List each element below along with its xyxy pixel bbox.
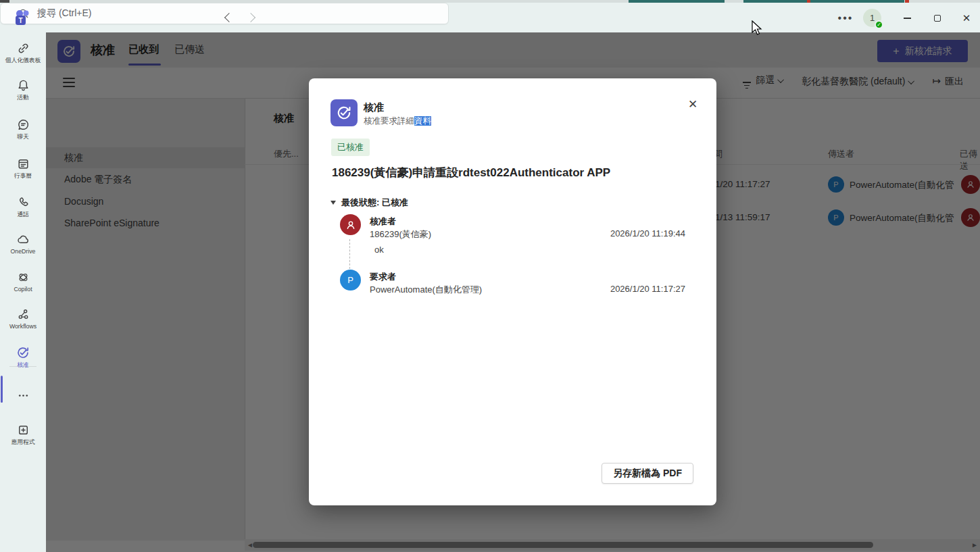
sidebar-item-apps[interactable]: 應用程式 bbox=[0, 423, 46, 447]
workflows-icon bbox=[16, 307, 30, 322]
rail-more-button[interactable] bbox=[0, 388, 46, 403]
timeline-connector bbox=[349, 239, 350, 269]
final-status-toggle[interactable]: 最後狀態: 已核准 bbox=[330, 197, 408, 209]
close-window-button[interactable]: ✕ bbox=[956, 11, 977, 26]
copilot-icon bbox=[16, 270, 30, 284]
sidebar-item-onedrive[interactable]: OneDrive bbox=[0, 232, 46, 255]
teams-window: T 搜尋 (Ctrl+E) ••• 1 ✓ ✕ 個人化儀表板 活動 bbox=[0, 0, 980, 552]
bell-icon bbox=[16, 78, 30, 93]
approver-comment: ok bbox=[374, 245, 384, 255]
app-rail: 個人化儀表板 活動 聊天 行事曆 通話 OneDrive Copilot Wo bbox=[0, 32, 46, 552]
requester-avatar: P bbox=[340, 270, 361, 291]
dialog-subtitle: 核准要求詳細資料 bbox=[364, 116, 431, 127]
save-as-pdf-button[interactable]: 另存新檔為 PDF bbox=[602, 463, 693, 484]
search-placeholder: 搜尋 (Ctrl+E) bbox=[37, 7, 92, 20]
sidebar-item-dashboard[interactable]: 個人化儀表板 bbox=[0, 41, 46, 65]
requester-name: PowerAutomate(自動化管理) bbox=[370, 284, 482, 296]
chat-icon bbox=[16, 118, 30, 132]
sidebar-item-calendar[interactable]: 行事曆 bbox=[0, 157, 46, 180]
request-title: 186239(黃信豪)申請重設rdtest022Authenticator AP… bbox=[332, 165, 697, 180]
requester-time: 2026/1/20 11:17:27 bbox=[610, 284, 685, 294]
approver-role: 核准者 bbox=[370, 216, 396, 228]
sidebar-item-copilot[interactable]: Copilot bbox=[0, 270, 46, 293]
approvals-icon bbox=[16, 345, 30, 360]
sidebar-item-chat[interactable]: 聊天 bbox=[0, 118, 46, 141]
avatar-text: 1 bbox=[870, 13, 875, 23]
approver-time: 2026/1/20 11:19:44 bbox=[610, 228, 685, 239]
approver-avatar bbox=[340, 214, 361, 235]
phone-icon bbox=[16, 195, 30, 209]
calendar-icon bbox=[16, 157, 30, 171]
sidebar-item-workflows[interactable]: Workflows bbox=[0, 307, 46, 330]
search-input[interactable]: 搜尋 (Ctrl+E) bbox=[0, 3, 449, 24]
apps-icon bbox=[16, 423, 30, 437]
sidebar-item-activity[interactable]: 活動 bbox=[0, 78, 46, 102]
minimize-button[interactable] bbox=[897, 11, 917, 26]
sidebar-item-approvals[interactable]: 核准 bbox=[0, 345, 46, 370]
approver-name: 186239(黃信豪) bbox=[370, 228, 431, 241]
mouse-cursor bbox=[752, 20, 764, 36]
cloud-icon bbox=[16, 232, 30, 247]
title-bar: T 搜尋 (Ctrl+E) ••• 1 ✓ ✕ bbox=[0, 3, 980, 32]
titlebar-more-button[interactable]: ••• bbox=[837, 12, 854, 26]
sidebar-item-calls[interactable]: 通話 bbox=[0, 195, 46, 219]
maximize-button[interactable] bbox=[927, 11, 948, 26]
selected-text: 資料 bbox=[414, 116, 431, 126]
person-icon bbox=[345, 219, 357, 231]
svg-text:T: T bbox=[18, 17, 22, 24]
presence-available-icon: ✓ bbox=[875, 20, 883, 29]
dialog-app-name: 核准 bbox=[364, 101, 384, 114]
link-icon bbox=[16, 41, 30, 55]
teams-logo-icon[interactable]: T bbox=[14, 9, 32, 27]
requester-role: 要求者 bbox=[370, 271, 396, 283]
user-avatar[interactable]: 1 ✓ bbox=[863, 9, 881, 27]
more-icon bbox=[16, 388, 30, 403]
close-dialog-button[interactable]: ✕ bbox=[685, 97, 700, 112]
approval-details-dialog: 核准 核准要求詳細資料 ✕ 已核准 186239(黃信豪)申請重設rdtest0… bbox=[309, 78, 716, 505]
approvals-app-icon bbox=[330, 99, 358, 126]
collapse-triangle-icon bbox=[330, 201, 336, 205]
status-badge: 已核准 bbox=[331, 139, 370, 156]
